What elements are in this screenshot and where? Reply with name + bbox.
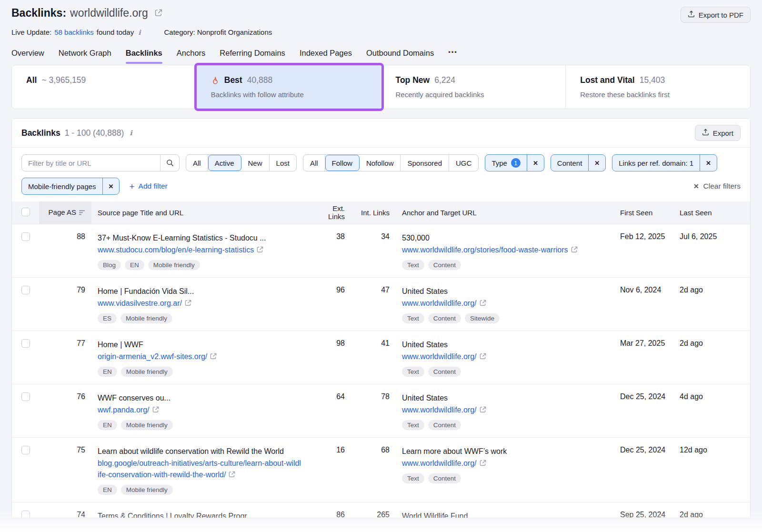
follow-option-nofollow[interactable]: Nofollow bbox=[360, 155, 401, 171]
remove-filter-icon[interactable]: ✕ bbox=[588, 155, 605, 171]
source-url-link[interactable]: www.studocu.com/blog/en/e-learning-stati… bbox=[98, 246, 254, 254]
badge: Content bbox=[428, 260, 461, 270]
status-option-new[interactable]: New bbox=[241, 155, 270, 171]
int-links-value: 78 bbox=[351, 384, 396, 437]
external-link-icon[interactable] bbox=[257, 245, 263, 256]
info-icon[interactable]: i bbox=[128, 129, 133, 137]
page-title-prefix: Backlinks: bbox=[11, 7, 66, 20]
row-checkbox[interactable] bbox=[21, 392, 30, 401]
card-lost-and-vital[interactable]: Lost and Vital15,403Restore these backli… bbox=[566, 65, 750, 109]
table-row: 75 Learn about wildlife conservation wit… bbox=[12, 437, 750, 502]
external-link-icon[interactable] bbox=[155, 7, 162, 20]
target-url-link[interactable]: www.worldwildlife.org/ bbox=[402, 406, 477, 414]
filter-pill-type[interactable]: Type1✕ bbox=[485, 154, 544, 171]
status-option-active[interactable]: Active bbox=[208, 155, 241, 171]
clear-filters-button[interactable]: ✕ Clear filters bbox=[693, 182, 741, 191]
external-link-icon[interactable] bbox=[571, 245, 578, 256]
source-url-link[interactable]: wwf.panda.org/ bbox=[98, 406, 150, 414]
external-link-icon[interactable] bbox=[480, 405, 486, 416]
column-header-page-as[interactable]: Page AS bbox=[39, 201, 91, 224]
row-checkbox[interactable] bbox=[21, 511, 30, 519]
remove-filter-icon[interactable]: ✕ bbox=[527, 155, 544, 171]
tab-referring-domains[interactable]: Referring Domains bbox=[220, 49, 285, 64]
row-checkbox[interactable] bbox=[21, 286, 30, 294]
page-as-value: 76 bbox=[77, 392, 85, 401]
info-icon[interactable]: i bbox=[137, 29, 142, 36]
column-header-int-links[interactable]: Int. Links bbox=[351, 201, 396, 224]
source-url-link[interactable]: www.vidasilvestre.org.ar/ bbox=[98, 299, 182, 307]
first-seen-value: Dec 25, 2024 bbox=[614, 384, 673, 437]
tab-overview[interactable]: Overview bbox=[11, 49, 44, 64]
select-all-checkbox[interactable] bbox=[21, 208, 30, 216]
filter-pill-label: Type1 bbox=[485, 155, 527, 171]
status-option-all[interactable]: All bbox=[186, 155, 208, 171]
target-url-link[interactable]: www.worldwildlife.org/ bbox=[402, 299, 477, 307]
search-icon[interactable] bbox=[160, 155, 179, 171]
external-link-icon[interactable] bbox=[152, 405, 159, 416]
external-link-icon[interactable] bbox=[229, 470, 235, 481]
first-seen-value: Mar 27, 2025 bbox=[614, 331, 673, 384]
ext-links-value: 86 bbox=[308, 502, 351, 518]
filter-pill-content[interactable]: Content✕ bbox=[551, 154, 606, 171]
follow-option-sponsored[interactable]: Sponsored bbox=[401, 155, 449, 171]
badge: Content bbox=[428, 420, 461, 430]
follow-option-ugc[interactable]: UGC bbox=[449, 155, 478, 171]
filter-pill-label: Mobile-friendly pages bbox=[22, 178, 102, 194]
badge: Text bbox=[402, 420, 424, 430]
card-top-new[interactable]: Top New6,224Recently acquired backlinks bbox=[381, 65, 566, 109]
source-url-link[interactable]: origin-armenia_v2.wwf-sites.org/ bbox=[98, 352, 207, 361]
row-checkbox[interactable] bbox=[21, 339, 30, 348]
card-all[interactable]: All~ 3,965,159 bbox=[12, 65, 197, 109]
tab-backlinks[interactable]: Backlinks bbox=[126, 49, 162, 64]
external-link-icon[interactable] bbox=[480, 298, 486, 310]
tab-indexed-pages[interactable]: Indexed Pages bbox=[300, 49, 352, 64]
plus-icon: + bbox=[129, 182, 134, 191]
external-link-icon[interactable] bbox=[480, 351, 486, 363]
table-row: 74 Terms & Conditions | Loyalty Rewards … bbox=[12, 502, 750, 518]
target-url-link[interactable]: www.worldwildlife.org/ bbox=[402, 352, 477, 361]
external-link-icon[interactable] bbox=[185, 298, 191, 310]
search-input[interactable] bbox=[22, 159, 160, 167]
live-update-backlinks-link[interactable]: 58 backlinks bbox=[54, 28, 94, 36]
status-option-lost[interactable]: Lost bbox=[270, 155, 296, 171]
column-header-source[interactable]: Source page Title and URL bbox=[91, 201, 308, 224]
column-header-anchor[interactable]: Anchor and Target URL bbox=[396, 201, 614, 224]
remove-filter-icon[interactable]: ✕ bbox=[102, 178, 120, 194]
source-badges: ESMobile friendly bbox=[98, 313, 302, 323]
card-best[interactable]: Best40,888Backlinks with follow attribut… bbox=[197, 65, 381, 109]
card-value: ~ 3,965,159 bbox=[41, 75, 86, 85]
external-link-icon[interactable] bbox=[480, 458, 486, 470]
filter-pill-mobile-friendly-pages[interactable]: Mobile-friendly pages✕ bbox=[21, 178, 120, 195]
column-header-first-seen[interactable]: First Seen bbox=[614, 201, 673, 224]
target-badges: TextContent bbox=[402, 260, 608, 270]
filter-pill-links-per-ref-domain-1[interactable]: Links per ref. domain: 1✕ bbox=[612, 154, 717, 171]
external-link-icon[interactable] bbox=[210, 351, 217, 363]
row-checkbox[interactable] bbox=[21, 446, 30, 454]
follow-option-follow[interactable]: Follow bbox=[325, 155, 360, 171]
table-row: 79 Home | Fundación Vida Sil... www.vida… bbox=[12, 277, 750, 331]
target-url-link[interactable]: www.worldwildlife.org/ bbox=[402, 459, 477, 467]
export-to-pdf-label: Export to PDF bbox=[699, 11, 743, 19]
ext-links-value: 64 bbox=[308, 384, 351, 437]
column-header-ext-links[interactable]: Ext. Links bbox=[308, 201, 351, 224]
tab-more[interactable]: ••• bbox=[448, 49, 458, 64]
row-checkbox[interactable] bbox=[21, 232, 30, 241]
badge: Text bbox=[402, 473, 424, 483]
source-url-link[interactable]: blog.google/outreach-initiatives/arts-cu… bbox=[98, 459, 301, 479]
card-subtitle: Backlinks with follow attribute bbox=[211, 90, 367, 99]
tab-anchors[interactable]: Anchors bbox=[177, 49, 206, 64]
target-badges: TextContentSitewide bbox=[402, 313, 608, 323]
follow-option-all[interactable]: All bbox=[303, 155, 325, 171]
source-page-title: Learn about wildlife conservation with R… bbox=[98, 446, 302, 457]
tab-network-graph[interactable]: Network Graph bbox=[59, 49, 111, 64]
export-button[interactable]: Export bbox=[695, 125, 741, 141]
tab-outbound-domains[interactable]: Outbound Domains bbox=[366, 49, 434, 64]
add-filter-button[interactable]: + Add filter bbox=[129, 182, 167, 191]
export-to-pdf-button[interactable]: Export to PDF bbox=[681, 7, 751, 23]
ext-links-value: 38 bbox=[308, 224, 351, 277]
remove-filter-icon[interactable]: ✕ bbox=[700, 155, 717, 171]
target-url-link[interactable]: www.worldwildlife.org/stories/food-waste… bbox=[402, 246, 568, 254]
column-header-last-seen[interactable]: Last Seen bbox=[673, 201, 750, 224]
backlinks-table: Page AS Source page Title and URL Ext. L… bbox=[12, 201, 750, 518]
page-title: Backlinks: worldwildlife.org bbox=[11, 7, 162, 20]
